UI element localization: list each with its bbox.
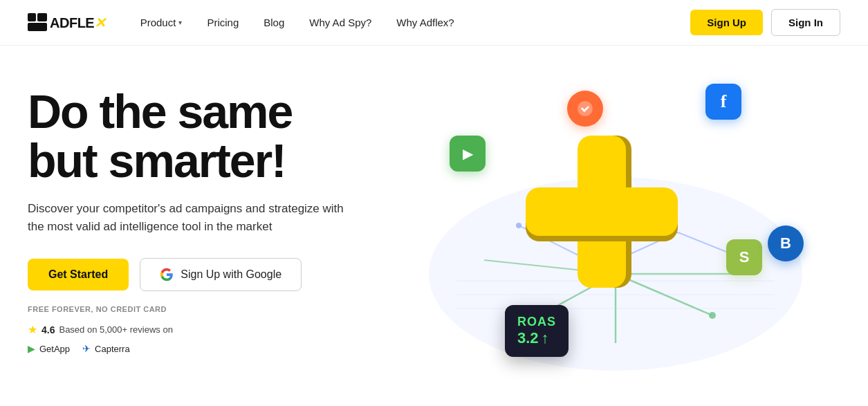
ad-platform-icon-green: ▶ [450, 136, 486, 172]
hero-left: Do the same but smarter! Discover your c… [28, 80, 401, 354]
rating-number: 4.6 [41, 324, 55, 335]
signup-button[interactable]: Sign Up [690, 10, 763, 35]
ad-platform-icon-orange [567, 91, 603, 127]
roas-value: 3.2 ↑ [517, 329, 556, 347]
svg-rect-0 [28, 13, 36, 21]
svg-rect-2 [28, 23, 47, 31]
google-icon [160, 268, 174, 282]
signin-button[interactable]: Sign In [771, 9, 840, 36]
product-chevron-icon: ▾ [178, 19, 182, 26]
svg-rect-1 [37, 13, 47, 21]
svg-point-15 [709, 312, 716, 319]
badges-row: ▶ GetApp ✈ Capterra [28, 343, 401, 354]
hero-illustration: f ▶ S B ROAS [401, 80, 840, 406]
get-started-button[interactable]: Get Started [28, 259, 129, 290]
roas-arrow-icon: ↑ [542, 329, 549, 347]
ad-platform-icon-bing: B [768, 225, 804, 261]
svg-point-19 [578, 101, 593, 116]
navbar: ADFLE✕ Product ▾ Pricing Blog Why Ad Spy… [0, 0, 868, 46]
svg-point-12 [516, 223, 521, 228]
getapp-icon: ▶ [28, 343, 35, 354]
nav-why-ad-spy[interactable]: Why Ad Spy? [309, 17, 371, 28]
illustration-container: f ▶ S B ROAS [415, 66, 844, 398]
star-icon: ★ [28, 323, 37, 336]
nav-blog[interactable]: Blog [264, 17, 284, 28]
capterra-icon: ✈ [82, 343, 91, 354]
ad-platform-icon-facebook: f [705, 84, 741, 120]
roas-card: ROAS 3.2 ↑ [505, 305, 569, 357]
rating-row: ★ 4.6 Based on 5,000+ reviews on [28, 323, 401, 336]
hero-title: Do the same but smarter! [28, 87, 401, 186]
hero-buttons: Get Started Sign Up with Google [28, 258, 401, 291]
google-signup-button[interactable]: Sign Up with Google [140, 258, 302, 291]
free-forever-text: FREE FOREVER, NO CREDIT CARD [28, 305, 401, 313]
hero-section: Do the same but smarter! Discover your c… [0, 46, 868, 406]
capterra-badge: ✈ Capterra [82, 343, 130, 354]
logo[interactable]: ADFLE✕ [28, 13, 106, 33]
rating-text: Based on 5,000+ reviews on [59, 324, 172, 335]
roas-label: ROAS [517, 315, 556, 329]
getapp-badge: ▶ GetApp [28, 343, 70, 354]
nav-actions: Sign Up Sign In [690, 9, 840, 36]
ad-platform-icon-shopify: S [726, 239, 762, 275]
nav-links: Product ▾ Pricing Blog Why Ad Spy? Why A… [140, 17, 691, 28]
logo-text: ADFLE✕ [50, 15, 106, 31]
nav-product[interactable]: Product ▾ [140, 17, 183, 28]
hero-subtitle: Discover your competitor's ad campaigns … [28, 200, 360, 237]
nav-why-adflex[interactable]: Why Adflex? [396, 17, 454, 28]
nav-pricing[interactable]: Pricing [207, 17, 239, 28]
hero-plus-icon [526, 136, 678, 288]
